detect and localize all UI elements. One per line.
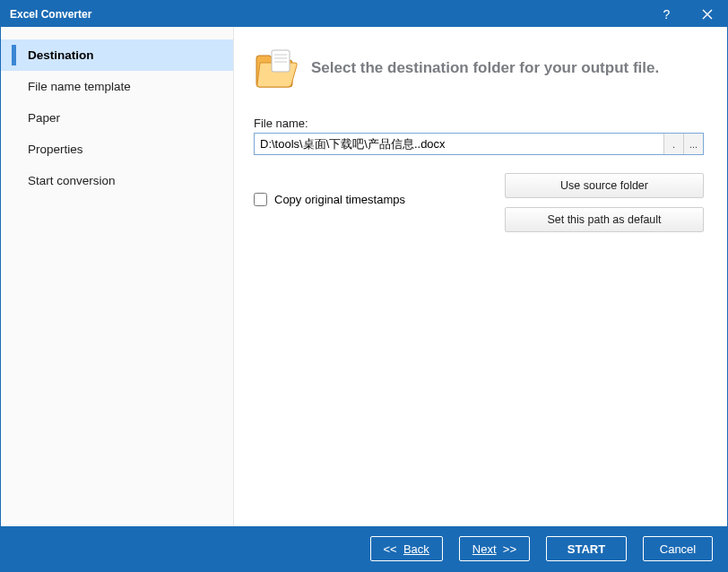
footer: << Back Next >> START Cancel <box>1 526 727 571</box>
copy-timestamps-label: Copy original timestamps <box>274 193 405 206</box>
copy-timestamps-checkbox[interactable] <box>254 193 267 206</box>
browse-button[interactable]: ... <box>683 134 703 154</box>
help-button[interactable]: ? <box>646 1 687 27</box>
sidebar-item-label: Start conversion <box>28 174 116 187</box>
back-button[interactable]: << Back <box>370 536 443 561</box>
sidebar: Destination File name template Paper Pro… <box>1 27 234 526</box>
file-name-input[interactable] <box>255 134 663 154</box>
sidebar-item-label: Destination <box>28 48 94 62</box>
sidebar-item-paper[interactable]: Paper <box>1 102 233 134</box>
next-button[interactable]: Next >> <box>459 536 530 561</box>
window-title: Excel Converter <box>10 8 646 21</box>
back-label: Back <box>403 542 429 556</box>
file-name-label: File name: <box>254 117 704 130</box>
right-buttons: Use source folder Set this path as defau… <box>505 173 704 232</box>
sidebar-item-file-name-template[interactable]: File name template <box>1 71 233 102</box>
sidebar-item-label: Paper <box>28 111 60 125</box>
dot-button[interactable]: . <box>663 134 683 154</box>
main-panel: Select the destination folder for your o… <box>234 27 727 526</box>
use-source-folder-button[interactable]: Use source folder <box>505 173 704 198</box>
copy-timestamps-row[interactable]: Copy original timestamps <box>254 166 405 232</box>
folder-icon <box>254 47 300 90</box>
below-row: Copy original timestamps Use source fold… <box>254 164 704 232</box>
close-button[interactable] <box>687 1 727 27</box>
sidebar-item-properties[interactable]: Properties <box>1 134 233 165</box>
sidebar-item-start-conversion[interactable]: Start conversion <box>1 165 233 196</box>
sidebar-item-label: File name template <box>28 80 131 93</box>
svg-rect-2 <box>272 50 290 72</box>
cancel-button[interactable]: Cancel <box>643 536 713 561</box>
sidebar-item-destination[interactable]: Destination <box>1 39 233 71</box>
start-button[interactable]: START <box>546 536 627 561</box>
sidebar-item-label: Properties <box>28 143 83 156</box>
file-name-row: . ... <box>254 133 704 155</box>
titlebar: Excel Converter ? <box>1 1 727 27</box>
header-row: Select the destination folder for your o… <box>254 47 704 90</box>
body: Destination File name template Paper Pro… <box>1 27 727 526</box>
window: Excel Converter ? Destination File name … <box>0 0 728 572</box>
next-label: Next <box>472 542 497 556</box>
set-default-path-button[interactable]: Set this path as default <box>505 207 704 232</box>
page-heading: Select the destination folder for your o… <box>311 59 659 77</box>
close-icon <box>702 9 713 20</box>
